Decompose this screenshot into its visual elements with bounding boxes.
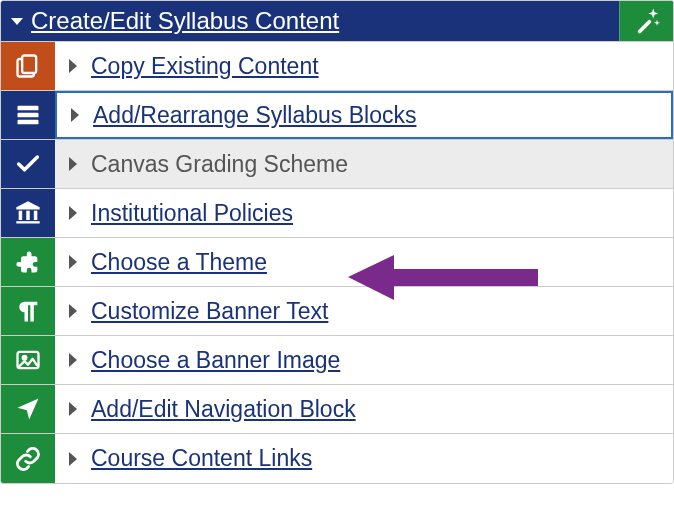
menu-row-body[interactable]: Copy Existing Content	[55, 42, 673, 90]
svg-rect-0	[636, 19, 651, 34]
syllabus-panel: Create/Edit Syllabus Content Copy Existi…	[0, 0, 674, 484]
svg-marker-2	[654, 20, 660, 26]
menu-row-body[interactable]: Course Content Links	[55, 434, 673, 483]
menu-row-label: Canvas Grading Scheme	[91, 151, 348, 178]
check-icon	[1, 140, 55, 188]
svg-rect-9	[26, 211, 30, 220]
menu-row: Canvas Grading Scheme	[1, 140, 673, 189]
link-icon	[1, 434, 55, 483]
menu-row-label[interactable]: Choose a Banner Image	[91, 347, 340, 374]
svg-rect-5	[18, 113, 39, 118]
menu-row-label[interactable]: Choose a Theme	[91, 249, 267, 276]
panel-header: Create/Edit Syllabus Content	[1, 1, 673, 42]
disclosure-right-icon	[69, 402, 77, 416]
menu-row-label[interactable]: Copy Existing Content	[91, 53, 319, 80]
svg-marker-1	[648, 9, 658, 19]
blocks-icon	[1, 91, 55, 139]
copy-icon	[1, 42, 55, 90]
panel-rows: Copy Existing ContentAdd/Rearrange Sylla…	[1, 42, 673, 483]
disclosure-right-icon	[69, 206, 77, 220]
menu-row: Customize Banner Text	[1, 287, 673, 336]
paragraph-icon	[1, 287, 55, 335]
caret-down-icon	[11, 18, 23, 25]
menu-row-label[interactable]: Institutional Policies	[91, 200, 293, 227]
panel-title[interactable]: Create/Edit Syllabus Content	[31, 7, 339, 35]
menu-row-body[interactable]: Customize Banner Text	[55, 287, 673, 335]
menu-row-body[interactable]: Choose a Banner Image	[55, 336, 673, 384]
menu-row-label[interactable]: Add/Edit Navigation Block	[91, 396, 356, 423]
svg-rect-11	[16, 221, 39, 223]
menu-row-body[interactable]: Choose a Theme	[55, 238, 673, 286]
svg-rect-6	[18, 120, 39, 125]
disclosure-right-icon	[69, 59, 77, 73]
disclosure-right-icon	[69, 255, 77, 269]
menu-row-body[interactable]: Institutional Policies	[55, 189, 673, 237]
svg-rect-8	[19, 211, 23, 220]
svg-rect-10	[34, 211, 38, 220]
image-icon	[1, 336, 55, 384]
menu-row-body: Canvas Grading Scheme	[55, 140, 673, 188]
institution-icon	[1, 189, 55, 237]
svg-rect-3	[22, 56, 36, 74]
magic-wand-icon	[632, 6, 662, 36]
menu-row: Copy Existing Content	[1, 42, 673, 91]
nav-arrow-icon	[1, 385, 55, 433]
menu-row: Choose a Banner Image	[1, 336, 673, 385]
menu-row: Choose a Theme	[1, 238, 673, 287]
puzzle-icon	[1, 238, 55, 286]
disclosure-right-icon	[69, 353, 77, 367]
magic-wand-button[interactable]	[619, 1, 673, 41]
svg-marker-7	[16, 201, 39, 209]
menu-row-label[interactable]: Add/Rearrange Syllabus Blocks	[93, 102, 416, 129]
menu-row: Institutional Policies	[1, 189, 673, 238]
disclosure-right-icon	[69, 157, 77, 171]
menu-row: Add/Rearrange Syllabus Blocks	[1, 91, 673, 140]
menu-row: Add/Edit Navigation Block	[1, 385, 673, 434]
menu-row: Course Content Links	[1, 434, 673, 483]
menu-row-label[interactable]: Course Content Links	[91, 445, 312, 472]
disclosure-right-icon	[69, 452, 77, 466]
panel-header-toggle[interactable]: Create/Edit Syllabus Content	[1, 1, 619, 41]
menu-row-body[interactable]: Add/Edit Navigation Block	[55, 385, 673, 433]
menu-row-body[interactable]: Add/Rearrange Syllabus Blocks	[55, 91, 673, 139]
disclosure-right-icon	[71, 108, 79, 122]
disclosure-right-icon	[69, 304, 77, 318]
menu-row-label[interactable]: Customize Banner Text	[91, 298, 328, 325]
svg-rect-4	[18, 106, 39, 111]
svg-point-13	[23, 356, 27, 360]
